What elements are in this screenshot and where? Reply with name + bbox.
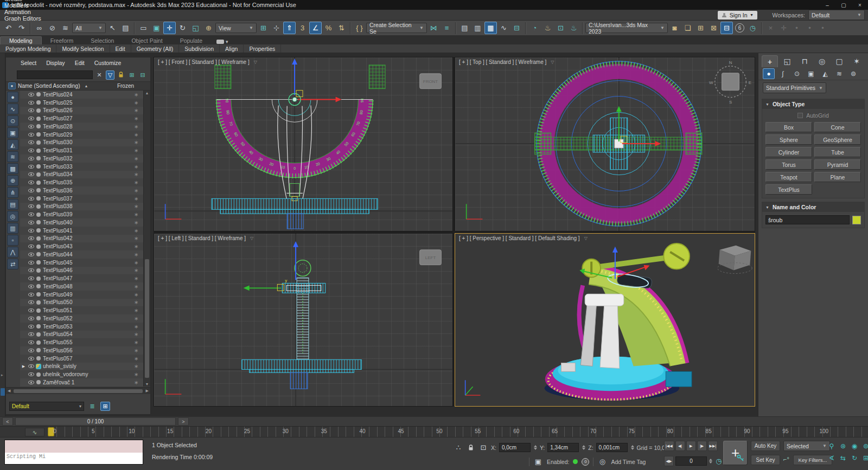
zoom-all-icon[interactable]: ⊛: [838, 441, 848, 451]
frozen-toggle-icon[interactable]: ∗: [129, 107, 143, 113]
ribbon-tab[interactable]: Freeform: [42, 37, 82, 44]
TextPlus044[interactable]: TextPlus044 ∗: [20, 250, 143, 259]
frozen-toggle-icon[interactable]: ∗: [129, 252, 143, 257]
network-render-icon[interactable]: ⊠: [707, 22, 720, 34]
visibility-eye-icon[interactable]: [28, 140, 34, 144]
frozen-toggle-icon[interactable]: ∗: [129, 115, 143, 121]
create-tab-icon[interactable]: +: [762, 55, 778, 67]
primitive-button[interactable]: Plane: [814, 172, 861, 182]
history-clock-icon[interactable]: ◷: [746, 22, 759, 34]
filter-funnel-icon[interactable]: ▽: [106, 70, 114, 80]
TextPlus048[interactable]: TextPlus048 ∗: [20, 282, 143, 291]
helpers-category-icon[interactable]: ◭: [819, 68, 831, 79]
funnel-icon[interactable]: ▽: [551, 60, 554, 65]
select-and-rotate-icon[interactable]: ↻: [176, 22, 189, 34]
ribbon-tab[interactable]: Populate: [171, 37, 211, 44]
window-crossing-icon[interactable]: ▣: [150, 22, 163, 34]
TextPlus045[interactable]: TextPlus045 ∗: [20, 259, 143, 267]
display-helpers-icon[interactable]: ◭: [7, 139, 18, 150]
display-space-warps-icon[interactable]: ≋: [7, 151, 18, 162]
geometry-category-icon[interactable]: ●: [763, 68, 775, 79]
frozen-toggle-icon[interactable]: ∗: [129, 235, 143, 241]
zoom-extents-icon[interactable]: ◉: [850, 441, 859, 451]
schematic-view-icon[interactable]: ⊟: [510, 22, 523, 34]
minimize-button[interactable]: –: [819, 0, 835, 10]
TextPlus047[interactable]: TextPlus047 ∗: [20, 274, 143, 282]
workspace-dropdown[interactable]: Default▼: [808, 10, 865, 20]
primitive-button[interactable]: Torus: [765, 159, 812, 170]
visibility-eye-icon[interactable]: [28, 340, 34, 344]
scroll-down-icon[interactable]: ▼: [144, 382, 150, 386]
primitive-button[interactable]: Cylinder: [765, 147, 812, 157]
motion-tab-icon[interactable]: ◎: [814, 55, 830, 67]
auto-key-button[interactable]: Auto Key: [751, 441, 780, 451]
visibility-eye-icon[interactable]: [28, 372, 34, 376]
redo-icon[interactable]: ↷: [15, 22, 28, 34]
select-and-place-icon[interactable]: ⊕: [202, 22, 215, 34]
autogrid-checkbox[interactable]: AutoGrid: [765, 112, 861, 119]
mute-circle-icon[interactable]: 0: [582, 458, 589, 466]
render-setup-icon[interactable]: ♨: [541, 22, 554, 34]
key-mode-icon[interactable]: ⌐°: [783, 456, 789, 462]
primitive-button[interactable]: Teapot: [765, 172, 812, 182]
rectangular-selection-region-icon[interactable]: ▭: [137, 22, 150, 34]
visibility-eye-icon[interactable]: [28, 317, 34, 320]
funnel-icon[interactable]: ▽: [250, 236, 253, 241]
keyboard-override-icon[interactable]: ⇑: [283, 22, 296, 34]
panel-expander-icon[interactable]: ▸: [1, 373, 3, 377]
TextPlus042[interactable]: TextPlus042 ∗: [20, 235, 143, 243]
ribbon-section[interactable]: Geometry (All): [131, 44, 180, 53]
viewport-label[interactable]: [ + ] [ Top ] [ Standard ] [ Wireframe ]: [459, 59, 546, 65]
pan-icon[interactable]: ⇆: [838, 453, 848, 463]
maxscript-mini-listener[interactable]: Scripting Mi: [4, 440, 143, 465]
visibility-eye-icon[interactable]: [28, 165, 34, 169]
select-and-move-icon[interactable]: ✛: [163, 22, 176, 34]
TextPlus046[interactable]: TextPlus046 ∗: [20, 267, 143, 275]
snaps-toggle-3d-icon[interactable]: 3: [296, 22, 309, 34]
visibility-eye-icon[interactable]: [28, 300, 34, 304]
mini-curve-editor-button[interactable]: ∿: [25, 428, 44, 436]
modify-tab-icon[interactable]: ◱: [779, 55, 795, 67]
frozen-toggle-icon[interactable]: ∗: [129, 243, 143, 249]
funnel-icon[interactable]: ▽: [254, 60, 257, 65]
display-groups-icon[interactable]: ▩: [7, 163, 18, 174]
selection-region-icon[interactable]: ∴: [454, 441, 463, 454]
TextPlus039[interactable]: TextPlus039 ∗: [20, 210, 143, 218]
viewport-label[interactable]: [ + ] [ Left ] [ Standard ] [ Wireframe …: [158, 235, 246, 241]
field-of-view-icon[interactable]: ∢: [827, 453, 837, 463]
bind-to-space-warp-icon[interactable]: ≋: [59, 22, 72, 34]
utilities-tab-icon[interactable]: ✶: [848, 55, 865, 67]
timeline-ruler[interactable]: ∿ 05101520253035404550556065707580859095…: [0, 426, 868, 437]
maximize-button[interactable]: ▢: [835, 0, 852, 10]
frozen-toggle-icon[interactable]: ∗: [129, 92, 143, 98]
frozen-toggle-icon[interactable]: ∗: [129, 220, 143, 226]
primitive-button[interactable]: Pyramid: [814, 159, 861, 170]
rendered-frame-window-icon[interactable]: ⊡: [554, 22, 567, 34]
project-folder-dropdown[interactable]: C:\Users\van...3ds Max 2023▼: [585, 23, 668, 33]
display-xrefs-icon[interactable]: ⊕: [7, 175, 18, 186]
state-sets-icon[interactable]: ⊟: [720, 22, 733, 34]
ribbon-tab[interactable]: Selection: [82, 37, 123, 44]
TextPlus025[interactable]: TextPlus025 ∗: [20, 99, 143, 107]
visibility-eye-icon[interactable]: [28, 229, 34, 233]
frozen-toggle-icon[interactable]: ∗: [129, 363, 143, 369]
lock-cell-edit-icon[interactable]: ▫: [7, 235, 18, 246]
frozen-toggle-icon[interactable]: ∗: [129, 139, 143, 145]
frozen-toggle-icon[interactable]: ∗: [129, 347, 143, 353]
lights-category-icon[interactable]: ⊙: [791, 68, 803, 79]
TextPlus037[interactable]: TextPlus037 ∗: [20, 195, 143, 203]
named-selection-set-dropdown[interactable]: Create Selection Se▼: [366, 23, 427, 33]
display-bones-icon[interactable]: ⋔: [7, 187, 18, 198]
visibility-eye-icon[interactable]: [28, 108, 34, 112]
zoom-icon[interactable]: ⚲: [827, 441, 837, 451]
explorer-menu-item[interactable]: Display: [41, 60, 69, 66]
select-object-icon[interactable]: ↖: [106, 22, 119, 34]
ribbon-tab[interactable]: Object Paint: [123, 37, 171, 44]
primitive-button[interactable]: Box: [765, 122, 812, 132]
x-coordinate-field[interactable]: 0,0cm: [499, 443, 531, 452]
TextPlus057[interactable]: TextPlus057 ∗: [20, 355, 143, 363]
scroll-right-icon[interactable]: ▶: [146, 389, 149, 393]
frozen-toggle-icon[interactable]: ∗: [129, 124, 143, 130]
viewcube-front[interactable]: FRONT: [420, 74, 442, 89]
batch-render-icon[interactable]: ⊞: [694, 22, 707, 34]
